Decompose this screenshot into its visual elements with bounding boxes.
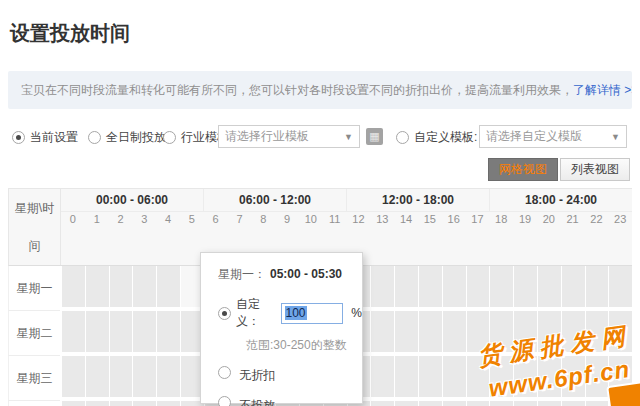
hour-header: 10 bbox=[299, 212, 323, 227]
radio-dot-icon bbox=[88, 131, 101, 144]
schedule-cell[interactable] bbox=[419, 266, 442, 307]
schedule-cell[interactable] bbox=[514, 401, 537, 406]
schedule-cell[interactable] bbox=[86, 266, 109, 307]
time-group-header: 06:00 - 12:00 bbox=[204, 189, 347, 211]
schedule-cell[interactable] bbox=[371, 401, 394, 406]
list-view-button[interactable]: 列表视图 bbox=[560, 158, 630, 181]
schedule-cell[interactable] bbox=[371, 266, 394, 307]
schedule-cell[interactable] bbox=[86, 356, 109, 397]
schedule-cell[interactable] bbox=[562, 356, 585, 397]
schedule-cell[interactable] bbox=[467, 266, 490, 307]
schedule-cell[interactable] bbox=[86, 311, 109, 352]
schedule-cell[interactable] bbox=[586, 266, 609, 307]
schedule-cell[interactable] bbox=[609, 266, 632, 307]
discount-input[interactable]: 100 bbox=[281, 303, 344, 324]
day-label: 星期三 bbox=[8, 356, 60, 401]
schedule-cell[interactable] bbox=[467, 356, 490, 397]
schedule-cell[interactable] bbox=[443, 356, 466, 397]
schedule-corner-label: 星期\时间 bbox=[9, 189, 61, 265]
radio-dot-icon bbox=[218, 307, 231, 320]
group-row: 00:00 - 06:0006:00 - 12:0012:00 - 18:001… bbox=[61, 189, 632, 212]
template-grid-icon-glyph: ▦ bbox=[369, 130, 379, 142]
radio-dot-icon bbox=[218, 396, 231, 406]
schedule-cell[interactable] bbox=[586, 311, 609, 352]
notice-text: 宝贝在不同时段流量和转化可能有所不同，您可以针对各时段设置不同的折扣出价，提高流… bbox=[21, 83, 573, 97]
schedule-cell[interactable] bbox=[133, 356, 156, 397]
schedule-cell[interactable] bbox=[490, 266, 513, 307]
schedule-cell[interactable] bbox=[538, 401, 561, 406]
schedule-cell[interactable] bbox=[110, 356, 133, 397]
template-grid-icon[interactable]: ▦ bbox=[366, 128, 383, 145]
schedule-cell[interactable] bbox=[490, 311, 513, 352]
schedule-cell[interactable] bbox=[586, 401, 609, 406]
radio-no-discount[interactable]: 无折扣 bbox=[218, 366, 362, 384]
hour-header: 21 bbox=[561, 212, 585, 227]
dialog-day-label: 星期一： bbox=[218, 267, 266, 281]
schedule-cell[interactable] bbox=[467, 311, 490, 352]
radio-custom-discount[interactable]: 自定义： bbox=[218, 296, 275, 330]
schedule-cell[interactable] bbox=[395, 401, 418, 406]
schedule-cell[interactable] bbox=[419, 311, 442, 352]
schedule-cell[interactable] bbox=[395, 311, 418, 352]
schedule-cell[interactable] bbox=[62, 266, 85, 307]
schedule-cell[interactable] bbox=[110, 266, 133, 307]
radio-no-delivery-label: 不投放 bbox=[239, 398, 275, 406]
schedule-cell[interactable] bbox=[371, 356, 394, 397]
radio-no-delivery[interactable]: 不投放 bbox=[218, 396, 362, 406]
schedule-cell[interactable] bbox=[609, 311, 632, 352]
radio-dot-icon bbox=[12, 131, 25, 144]
schedule-cell[interactable] bbox=[62, 401, 85, 406]
radio-full-day[interactable]: 全日制投放 bbox=[88, 129, 166, 145]
hour-header: 6 bbox=[204, 212, 228, 227]
schedule-cell[interactable] bbox=[514, 356, 537, 397]
schedule-cell[interactable] bbox=[562, 401, 585, 406]
schedule-cell[interactable] bbox=[110, 311, 133, 352]
schedule-cell[interactable] bbox=[443, 266, 466, 307]
discount-range-hint: 范围:30-250的整数 bbox=[246, 337, 362, 354]
schedule-cell[interactable] bbox=[157, 266, 180, 307]
schedule-cell[interactable] bbox=[371, 311, 394, 352]
schedule-cell[interactable] bbox=[490, 401, 513, 406]
schedule-cell[interactable] bbox=[62, 311, 85, 352]
schedule-cell[interactable] bbox=[157, 311, 180, 352]
grid-view-button[interactable]: 网格视图 bbox=[488, 158, 558, 181]
schedule-cell[interactable] bbox=[514, 311, 537, 352]
hour-header: 22 bbox=[585, 212, 609, 227]
schedule-cell[interactable] bbox=[562, 311, 585, 352]
schedule-cell[interactable] bbox=[538, 311, 561, 352]
schedule-cell[interactable] bbox=[395, 356, 418, 397]
schedule-cell[interactable] bbox=[467, 401, 490, 406]
hour-header: 8 bbox=[251, 212, 275, 227]
schedule-cell[interactable] bbox=[419, 401, 442, 406]
dialog-custom-row: 自定义： 100 % bbox=[218, 296, 362, 330]
radio-dot-icon bbox=[218, 366, 231, 379]
schedule-cell[interactable] bbox=[133, 401, 156, 406]
radio-dot-icon bbox=[396, 131, 409, 144]
hour-header: 12 bbox=[347, 212, 371, 227]
industry-template-select[interactable]: 请选择行业模板 ▼ bbox=[218, 125, 360, 148]
hour-header: 17 bbox=[466, 212, 490, 227]
schedule-cell[interactable] bbox=[133, 311, 156, 352]
radio-current-settings[interactable]: 当前设置 bbox=[12, 129, 78, 145]
schedule-cell[interactable] bbox=[443, 311, 466, 352]
custom-template-select[interactable]: 请选择自定义模版 ▼ bbox=[479, 125, 627, 148]
schedule-cell[interactable] bbox=[562, 266, 585, 307]
hour-header: 13 bbox=[370, 212, 394, 227]
schedule-cell[interactable] bbox=[514, 266, 537, 307]
schedule-cell[interactable] bbox=[586, 356, 609, 397]
hour-header: 11 bbox=[323, 212, 347, 227]
schedule-cell[interactable] bbox=[157, 356, 180, 397]
schedule-cell[interactable] bbox=[538, 266, 561, 307]
schedule-cell[interactable] bbox=[443, 401, 466, 406]
learn-more-link[interactable]: 了解详情 >> bbox=[573, 83, 632, 97]
schedule-cell[interactable] bbox=[538, 356, 561, 397]
schedule-cell[interactable] bbox=[110, 401, 133, 406]
hour-header: 3 bbox=[132, 212, 156, 227]
schedule-cell[interactable] bbox=[86, 401, 109, 406]
schedule-cell[interactable] bbox=[419, 356, 442, 397]
schedule-cell[interactable] bbox=[490, 356, 513, 397]
schedule-cell[interactable] bbox=[157, 401, 180, 406]
schedule-cell[interactable] bbox=[395, 266, 418, 307]
schedule-cell[interactable] bbox=[62, 356, 85, 397]
schedule-cell[interactable] bbox=[133, 266, 156, 307]
